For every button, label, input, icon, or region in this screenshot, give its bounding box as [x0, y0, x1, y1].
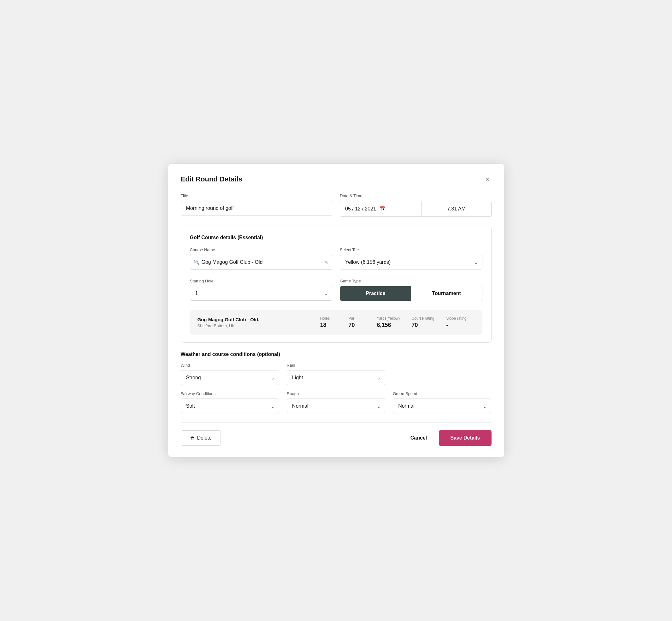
calendar-icon: 📅	[379, 205, 386, 212]
fairway-label: Fairway Conditions	[181, 391, 279, 396]
clear-icon[interactable]: ✕	[324, 259, 328, 266]
golf-course-title: Golf Course details (Essential)	[190, 235, 482, 241]
save-button[interactable]: Save Details	[439, 430, 491, 446]
select-tee-label: Select Tee	[340, 247, 482, 252]
rain-dropdown[interactable]: NoneLightModerateHeavy	[287, 370, 385, 385]
wind-label: Wind	[181, 363, 279, 368]
yards-label: Yards(Yellow)	[377, 316, 400, 321]
modal-title: Edit Round Details	[181, 175, 243, 183]
green-speed-group: Green Speed SlowNormalFast ⌄	[393, 391, 491, 413]
stat-par: Par 70	[349, 316, 377, 329]
green-speed-dropdown[interactable]: SlowNormalFast	[393, 399, 491, 413]
green-speed-wrap: SlowNormalFast ⌄	[393, 399, 491, 413]
rough-dropdown[interactable]: SoftNormalFirm	[287, 399, 385, 413]
game-type-group: Game Type Practice Tournament	[340, 279, 482, 301]
course-name-group: Course Name 🔍 ✕	[190, 247, 333, 270]
date-box[interactable]: 05 / 12 / 2021 📅	[340, 201, 422, 217]
title-datetime-row: Title Date & Time 05 / 12 / 2021 📅 7:31 …	[181, 194, 492, 217]
stat-holes: Holes 18	[320, 316, 349, 329]
green-speed-label: Green Speed	[393, 391, 491, 396]
weather-title: Weather and course conditions (optional)	[181, 351, 492, 357]
golf-course-section: Golf Course details (Essential) Course N…	[181, 225, 492, 343]
datetime-label: Date & Time	[340, 194, 492, 198]
time-value: 7:31 AM	[447, 206, 466, 212]
course-info-left: Gog Magog Golf Club - Old, Shelford Bott…	[198, 317, 308, 328]
course-name-input[interactable]	[190, 255, 333, 270]
course-name-search-wrap: 🔍 ✕	[190, 255, 333, 270]
title-label: Title	[181, 194, 333, 198]
starting-hole-dropdown[interactable]: 1234 5678 910	[190, 286, 333, 301]
course-info-location: Shelford Bottom, UK	[198, 323, 308, 328]
course-rating-value: 70	[412, 322, 418, 329]
cancel-button[interactable]: Cancel	[407, 431, 430, 445]
wind-group: Wind NoneLightModerateStrong ⌄	[181, 363, 279, 385]
modal-header: Edit Round Details ×	[181, 175, 492, 183]
edit-round-modal: Edit Round Details × Title Date & Time 0…	[168, 164, 504, 457]
stat-yards: Yards(Yellow) 6,156	[377, 316, 412, 329]
game-type-label: Game Type	[340, 279, 482, 283]
fairway-group: Fairway Conditions SoftNormalFirm ⌄	[181, 391, 279, 413]
game-type-toggle: Practice Tournament	[340, 286, 482, 301]
holes-value: 18	[320, 322, 327, 329]
time-box[interactable]: 7:31 AM	[422, 201, 492, 217]
course-info-name: Gog Magog Golf Club - Old,	[198, 317, 308, 322]
select-tee-group: Select Tee Yellow (6,156 yards) White Re…	[340, 247, 482, 270]
course-rating-label: Course rating	[412, 316, 434, 321]
rain-group: Rain NoneLightModerateHeavy ⌄	[287, 363, 385, 385]
starting-hole-group: Starting Hole 1234 5678 910 ⌄	[190, 279, 333, 301]
search-icon: 🔍	[194, 259, 200, 265]
wind-rain-row: Wind NoneLightModerateStrong ⌄ Rain None…	[181, 363, 492, 385]
holes-label: Holes	[320, 316, 330, 321]
delete-label: Delete	[197, 435, 212, 441]
date-value: 05 / 12 / 2021	[345, 206, 376, 212]
stat-course-rating: Course rating 70	[412, 316, 447, 329]
close-button[interactable]: ×	[484, 175, 492, 183]
fairway-wrap: SoftNormalFirm ⌄	[181, 399, 279, 413]
practice-button[interactable]: Practice	[340, 286, 411, 301]
tournament-button[interactable]: Tournament	[411, 286, 482, 301]
fairway-dropdown[interactable]: SoftNormalFirm	[181, 399, 279, 413]
date-time-row: 05 / 12 / 2021 📅 7:31 AM	[340, 201, 492, 217]
wind-wrap: NoneLightModerateStrong ⌄	[181, 370, 279, 385]
course-tee-row: Course Name 🔍 ✕ Select Tee Yellow (6,156…	[190, 247, 482, 270]
slope-rating-label: Slope rating	[447, 316, 467, 321]
rough-wrap: SoftNormalFirm ⌄	[287, 399, 385, 413]
datetime-group: Date & Time 05 / 12 / 2021 📅 7:31 AM	[340, 194, 492, 217]
rain-label: Rain	[287, 363, 385, 368]
select-tee-dropdown[interactable]: Yellow (6,156 yards) White Red Blue	[340, 255, 482, 270]
hole-gametype-row: Starting Hole 1234 5678 910 ⌄ Game Type …	[190, 279, 482, 301]
course-info-card: Gog Magog Golf Club - Old, Shelford Bott…	[190, 310, 482, 335]
par-label: Par	[349, 316, 354, 321]
rain-wrap: NoneLightModerateHeavy ⌄	[287, 370, 385, 385]
trash-icon: 🗑	[190, 436, 195, 441]
starting-hole-label: Starting Hole	[190, 279, 333, 283]
footer-row: 🗑 Delete Cancel Save Details	[181, 422, 492, 446]
slope-rating-value: -	[447, 322, 448, 329]
footer-right: Cancel Save Details	[407, 430, 492, 446]
stat-slope-rating: Slope rating -	[447, 316, 475, 329]
yards-value: 6,156	[377, 322, 391, 329]
title-group: Title	[181, 194, 333, 217]
delete-button[interactable]: 🗑 Delete	[181, 430, 221, 446]
weather-section: Weather and course conditions (optional)…	[181, 351, 492, 413]
title-input[interactable]	[181, 201, 333, 216]
select-tee-wrap: Yellow (6,156 yards) White Red Blue ⌄	[340, 255, 482, 270]
course-name-label: Course Name	[190, 247, 333, 252]
rough-label: Rough	[287, 391, 385, 396]
rough-group: Rough SoftNormalFirm ⌄	[287, 391, 385, 413]
wind-dropdown[interactable]: NoneLightModerateStrong	[181, 370, 279, 385]
fairway-rough-green-row: Fairway Conditions SoftNormalFirm ⌄ Roug…	[181, 391, 492, 413]
starting-hole-wrap: 1234 5678 910 ⌄	[190, 286, 333, 301]
par-value: 70	[349, 322, 355, 329]
course-info-stats: Holes 18 Par 70 Yards(Yellow) 6,156 Cour…	[308, 316, 474, 329]
